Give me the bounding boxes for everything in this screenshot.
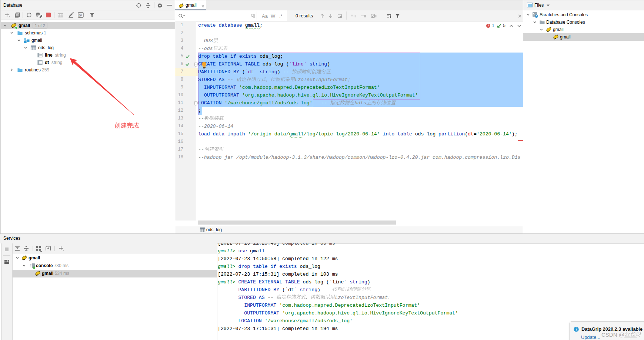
svg-text:QL: QL: [79, 14, 83, 17]
